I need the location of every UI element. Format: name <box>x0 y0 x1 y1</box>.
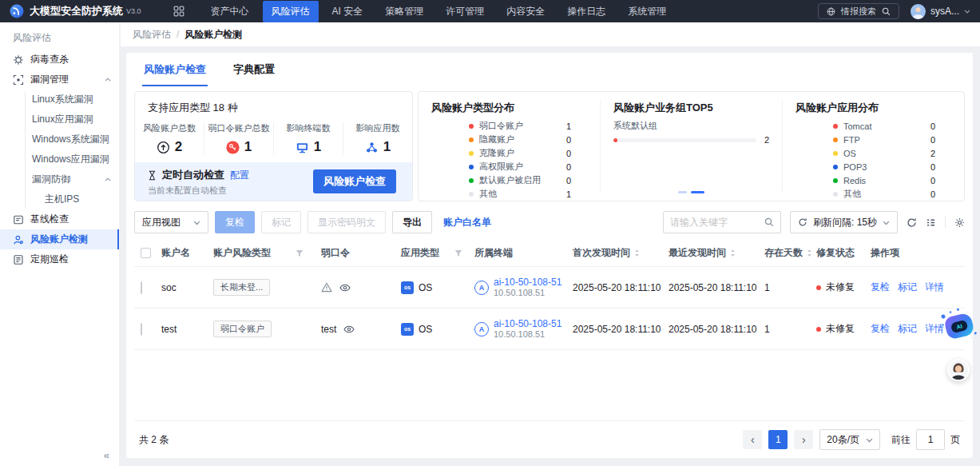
select-all-checkbox[interactable] <box>141 248 151 258</box>
account-whitelist-link[interactable]: 账户白名单 <box>443 216 491 229</box>
main-menu: 资产中心 风险评估 AI 安全 策略管理 许可管理 内容安全 操作日志 系统管理 <box>197 1 676 22</box>
schedule-strip: 定时自动检查 配置 当前未配置自动检查 风险账户检查 <box>135 162 412 201</box>
refresh-icon[interactable] <box>907 217 917 228</box>
sidebar-item-host-ips[interactable]: 主机IPS <box>0 189 119 209</box>
legend-item[interactable]: 弱口令账户1 <box>469 119 587 133</box>
chart-legend: 弱口令账户1 隐藏账户0 克隆账户0 高权限账户0 默认账户被启用0 其他1 <box>469 119 587 201</box>
sidebar-item-virus-scan[interactable]: 病毒查杀 <box>0 50 119 70</box>
sidebar-item-windows-system-vuln[interactable]: Windows系统漏洞 <box>0 129 119 149</box>
next-page-button[interactable]: › <box>794 430 813 449</box>
page-size-select[interactable]: 20条/页 <box>819 429 880 450</box>
keyword-search-input[interactable] <box>670 217 764 228</box>
prev-page-button[interactable]: ‹ <box>743 430 762 449</box>
account-name: test <box>161 324 213 335</box>
hourglass-icon <box>148 170 157 181</box>
legend-item[interactable]: OS2 <box>833 146 951 160</box>
column-settings-icon[interactable] <box>926 217 936 228</box>
detail-link[interactable]: 详情 <box>925 322 944 336</box>
sort-icon[interactable] <box>634 249 640 257</box>
terminal-name-link[interactable]: ai-10-50-108-51 <box>494 277 561 288</box>
chevron-down-icon <box>866 436 873 444</box>
apps-grid-icon[interactable] <box>173 6 184 17</box>
legend-item[interactable]: 高权限账户0 <box>469 160 587 173</box>
sort-icon[interactable] <box>807 249 812 257</box>
days-exist: 1 <box>764 324 816 335</box>
breadcrumb-parent[interactable]: 风险评估 <box>133 28 171 42</box>
app-nodes-icon <box>365 141 379 154</box>
chevron-up-icon <box>105 177 111 183</box>
bar-value: 2 <box>764 135 769 145</box>
tab-risk-account-check[interactable]: 风险账户检查 <box>142 61 208 86</box>
recheck-link[interactable]: 复检 <box>871 281 890 294</box>
legend-item[interactable]: 克隆账户0 <box>469 146 587 160</box>
legend-dot <box>469 178 474 183</box>
sidebar-item-periodic-inspection[interactable]: 定期巡检 <box>0 249 119 269</box>
recheck-link[interactable]: 复检 <box>871 322 890 336</box>
fix-status: 未修复 <box>826 281 855 294</box>
search-icon[interactable] <box>764 217 774 227</box>
mark-link[interactable]: 标记 <box>898 281 917 294</box>
tab-dictionary-config[interactable]: 字典配置 <box>232 61 276 86</box>
account-name: soc <box>161 282 213 293</box>
goto-page-input[interactable] <box>916 429 945 450</box>
nav-item-risk-assessment[interactable]: 风险评估 <box>263 1 319 22</box>
recheck-button[interactable]: 复检 <box>215 211 255 233</box>
eye-icon[interactable] <box>339 284 351 292</box>
gear-icon[interactable] <box>954 217 965 228</box>
terminal-name-link[interactable]: ai-10-50-108-51 <box>494 318 561 329</box>
mark-button[interactable]: 标记 <box>261 211 301 233</box>
nav-item-system[interactable]: 系统管理 <box>619 1 675 22</box>
days-exist: 1 <box>764 282 816 293</box>
nav-item-operation-log[interactable]: 操作日志 <box>558 1 614 22</box>
legend-item[interactable]: 隐藏账户0 <box>469 133 587 146</box>
mark-link[interactable]: 标记 <box>898 322 917 336</box>
view-select[interactable]: 应用视图 <box>134 211 208 233</box>
risk-account-check-button[interactable]: 风险账户检查 <box>313 169 396 193</box>
sidebar-item-linux-app-vuln[interactable]: Linux应用漏洞 <box>0 110 119 129</box>
detail-link[interactable]: 详情 <box>925 281 944 294</box>
sidebar-item-windows-app-vuln[interactable]: Windows应用漏洞 <box>0 149 119 169</box>
nav-item-asset-center[interactable]: 资产中心 <box>202 1 258 22</box>
support-avatar-widget[interactable] <box>947 359 970 381</box>
sidebar-item-risk-account-detection[interactable]: 风险账户检测 <box>0 229 119 249</box>
sort-icon[interactable] <box>730 249 736 257</box>
table-row: test 弱口令账户 test os OS A ai-10-50-108-51 <box>134 309 965 350</box>
sidebar-item-vuln-management[interactable]: 漏洞管理 <box>0 70 119 90</box>
legend-dot <box>469 124 474 129</box>
legend-item[interactable]: FTP0 <box>833 133 951 146</box>
current-page-button[interactable]: 1 <box>768 430 788 449</box>
sidebar-item-vuln-defense[interactable]: 漏洞防御 <box>0 169 119 189</box>
filter-icon[interactable] <box>454 249 462 257</box>
legend-dot <box>469 165 474 169</box>
refresh-interval-select[interactable]: 刷新间隔: 15秒 <box>790 211 898 233</box>
legend-item[interactable]: Tomcat0 <box>833 119 951 133</box>
legend-item[interactable]: 其他0 <box>833 187 951 201</box>
nav-item-policy[interactable]: 策略管理 <box>376 1 432 22</box>
nav-item-content-security[interactable]: 内容安全 <box>498 1 553 22</box>
legend-item[interactable]: POP30 <box>833 160 951 173</box>
row-checkbox[interactable] <box>141 323 142 336</box>
sidebar-item-baseline-check[interactable]: 基线检查 <box>0 209 119 229</box>
user-menu[interactable]: sysA... <box>911 4 970 19</box>
schedule-config-link[interactable]: 配置 <box>230 169 249 182</box>
search-icon <box>882 7 891 16</box>
carousel-dot[interactable] <box>691 191 704 193</box>
sidebar-collapse-button[interactable]: « <box>104 449 109 461</box>
chart-legend: Tomcat0 FTP0 OS2 POP30 Redis0 其他0 <box>833 119 951 201</box>
nav-item-license[interactable]: 许可管理 <box>437 1 493 22</box>
intel-search-box[interactable]: 情报搜索 <box>818 3 899 19</box>
filter-icon[interactable] <box>296 249 304 257</box>
nav-item-ai-security[interactable]: AI 安全 <box>323 1 372 22</box>
legend-item[interactable]: Redis0 <box>833 173 951 187</box>
legend-dot <box>833 124 838 129</box>
row-checkbox[interactable] <box>141 281 142 294</box>
sidebar-item-linux-system-vuln[interactable]: Linux系统漏洞 <box>0 90 119 110</box>
export-button[interactable]: 导出 <box>392 211 432 233</box>
legend-item[interactable]: 其他1 <box>469 187 587 201</box>
legend-dot <box>833 192 838 197</box>
legend-item[interactable]: 默认账户被启用0 <box>469 173 587 187</box>
carousel-dot[interactable] <box>678 191 687 193</box>
show-password-button[interactable]: 显示密码明文 <box>307 211 386 233</box>
breadcrumb-current: 风险账户检测 <box>184 28 242 42</box>
eye-icon[interactable] <box>343 325 355 333</box>
